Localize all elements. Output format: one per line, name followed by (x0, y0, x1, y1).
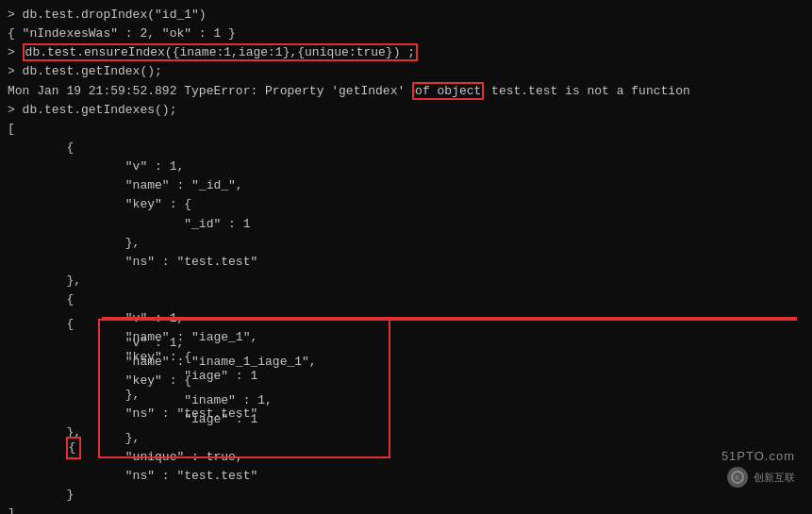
line-5: Mon Jan 19 21:59:52.892 TypeError: Prope… (8, 82, 690, 100)
line-7: [ (8, 122, 15, 136)
watermark-text-top: 51PTO.com (721, 449, 795, 463)
line-3: > db.test.ensureIndex({iname:1,iage:1},{… (8, 43, 418, 61)
terminal-content-3: { "v" : 1, "name" : "iname_1_iage_1", "k… (8, 315, 317, 514)
highlighted-command: db.test.ensureIndex({iname:1,iage:1},{un… (23, 43, 418, 61)
line-24b: { (8, 317, 74, 331)
line-4: > db.test.getIndex(); (8, 64, 162, 78)
line-2: { "nIndexesWas" : 2, "ok" : 1 } (8, 26, 236, 41)
line-25: "v" : 1, (8, 336, 184, 350)
line-27: "key" : { (8, 373, 191, 388)
logo-circle-icon: K (727, 467, 748, 488)
watermark-container: 51PTO.com K 创新互联 (721, 449, 795, 488)
watermark-text-bottom: 创新互联 (754, 471, 795, 485)
line-6: > db.test.getIndexes(); (8, 103, 176, 117)
line-16: { (8, 292, 74, 307)
svg-text:K: K (736, 474, 740, 481)
line-29: "iage" : 1 (8, 412, 257, 426)
terminal: > db.test.dropIndex("id_1") { "nIndexesW… (0, 0, 812, 514)
line-11: "key" : { (8, 197, 191, 211)
line-8: { (8, 141, 74, 155)
line-30: }, (8, 431, 140, 445)
line-13: }, (8, 236, 140, 250)
line-32: "ns" : "test.test" (8, 469, 257, 483)
line-12: "_id" : 1 (8, 217, 250, 231)
line-33: } (8, 488, 74, 502)
line-10: "name" : "_id_", (8, 178, 243, 192)
line-26: "name" : "iname_1_iage_1", (8, 355, 317, 369)
line-1: > db.test.dropIndex("id_1") (8, 8, 207, 22)
line-28: "iname" : 1, (8, 393, 273, 407)
watermark-logo: K 创新互联 (727, 467, 795, 488)
line-34: ] (8, 506, 15, 514)
line-15: }, (8, 274, 81, 288)
line-9: "v" : 1, (8, 159, 184, 174)
line-31: "unique" : true, (8, 450, 243, 464)
line-14: "ns" : "test.test" (8, 255, 257, 269)
error-of-object-highlight: of object (412, 82, 484, 100)
